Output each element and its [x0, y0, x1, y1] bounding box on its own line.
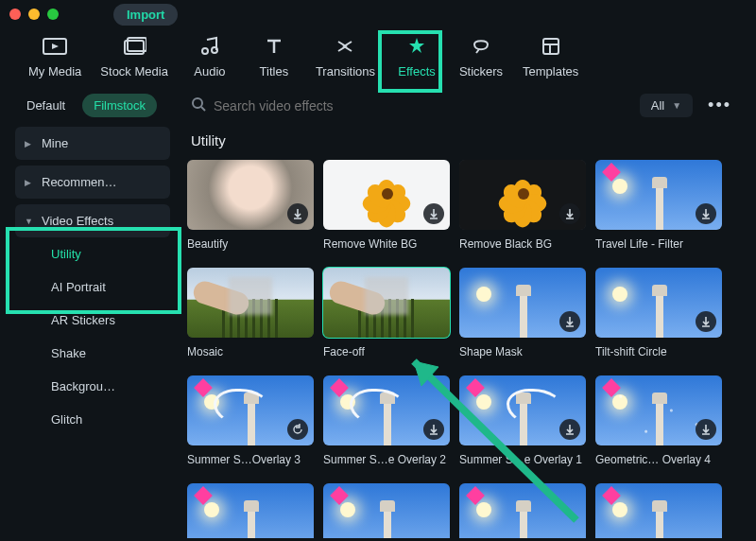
effect-card-partial-1[interactable]: [187, 483, 314, 538]
download-icon[interactable]: [423, 419, 444, 440]
effect-label: Mosaic: [187, 338, 314, 358]
effect-card-tilt-shift-circle[interactable]: Tilt-shift Circle: [595, 268, 722, 358]
top-nav: My Media Stock Media Audio Titles Transi…: [0, 28, 756, 90]
subtab-default[interactable]: Default: [15, 94, 77, 117]
effect-card-partial-4[interactable]: [595, 483, 722, 538]
window-titlebar: Import: [0, 0, 756, 28]
effect-card-beautify[interactable]: Beautify: [187, 160, 314, 251]
nav-stickers[interactable]: Stickers: [453, 30, 509, 82]
sidebar-item-label: Recommen…: [42, 175, 116, 189]
nav-my-media[interactable]: My Media: [23, 30, 87, 82]
download-icon[interactable]: [423, 203, 444, 224]
effect-card-summer-overlay-3[interactable]: Summer S…Overlay 3: [187, 375, 314, 466]
nav-label: My Media: [28, 64, 81, 79]
fullscreen-window-icon[interactable]: [47, 9, 59, 20]
chevron-down-icon: ▼: [672, 100, 681, 111]
nav-effects[interactable]: Effects: [388, 30, 445, 82]
nav-titles[interactable]: Titles: [246, 30, 302, 82]
nav-audio[interactable]: Audio: [181, 30, 238, 82]
nav-label: Stock Media: [100, 64, 168, 79]
sidebar: Default Filmstock ▶ Mine ▶ Recommen… ▼ V…: [0, 90, 180, 538]
effect-thumbnail: [459, 375, 586, 445]
download-icon[interactable]: [696, 203, 716, 224]
download-icon[interactable]: [559, 203, 580, 224]
templates-icon: [538, 34, 564, 59]
effect-thumbnail: [187, 268, 314, 338]
chevron-right-icon: ▶: [25, 139, 34, 148]
nav-templates[interactable]: Templates: [517, 30, 584, 82]
sidebar-sub-glitch[interactable]: Glitch: [15, 403, 170, 436]
sidebar-subtabs: Default Filmstock: [15, 94, 170, 117]
effect-thumbnail: [595, 268, 722, 338]
effect-card-summer-overlay-1[interactable]: Summer S…e Overlay 1: [459, 375, 586, 466]
download-icon[interactable]: [287, 203, 308, 224]
effect-thumbnail: [459, 483, 586, 538]
sidebar-sub-ai-portrait[interactable]: AI Portrait: [15, 270, 170, 304]
sidebar-item-video-effects[interactable]: ▼ Video Effects: [15, 204, 170, 237]
ellipsis-icon: •••: [708, 96, 731, 114]
svg-line-7: [201, 107, 205, 111]
audio-icon: [197, 34, 223, 59]
effect-card-geometric-overlay-4[interactable]: Geometric… Overlay 4: [595, 375, 722, 466]
effect-thumbnail: [595, 375, 722, 445]
refresh-icon[interactable]: [287, 419, 308, 440]
filter-label: All: [651, 98, 664, 113]
nav-transitions[interactable]: Transitions: [310, 30, 381, 82]
sidebar-item-recommended[interactable]: ▶ Recommen…: [15, 166, 170, 199]
effect-thumbnail: [323, 160, 450, 230]
sidebar-sub-ar-stickers[interactable]: AR Stickers: [15, 304, 170, 337]
transitions-icon: [332, 34, 358, 59]
effect-label: Summer S…e Overlay 1: [459, 445, 586, 466]
effect-thumbnail: [323, 483, 450, 538]
effects-icon: [404, 34, 430, 59]
close-window-icon[interactable]: [9, 9, 21, 20]
effect-card-face-off[interactable]: Face-off: [323, 268, 450, 358]
effect-card-summer-overlay-2[interactable]: Summer S…e Overlay 2: [323, 375, 450, 466]
effect-thumbnail: [323, 268, 450, 338]
main-toolbar: All ▼ •••: [187, 90, 756, 127]
nav-label: Titles: [260, 64, 289, 79]
nav-label: Effects: [398, 64, 436, 79]
effect-card-travel-life-filter[interactable]: Travel Life - Filter: [595, 160, 722, 251]
titles-icon: [261, 34, 287, 59]
effect-label: Remove White BG: [323, 230, 450, 251]
stickers-icon: [468, 34, 494, 59]
effect-label: Summer S…e Overlay 2: [323, 445, 450, 466]
sidebar-sub-background[interactable]: Backgrou…: [15, 370, 170, 403]
effect-thumbnail: [187, 483, 314, 538]
chevron-down-icon: ▼: [25, 217, 34, 226]
sidebar-sub-shake[interactable]: Shake: [15, 337, 170, 370]
effect-thumbnail: [459, 268, 586, 338]
nav-label: Audio: [194, 64, 225, 79]
import-button[interactable]: Import: [113, 4, 178, 26]
effect-thumbnail: [187, 160, 314, 230]
sidebar-sub-utility[interactable]: Utility: [15, 237, 170, 270]
chevron-right-icon: ▶: [25, 178, 34, 187]
download-icon[interactable]: [696, 419, 716, 440]
minimize-window-icon[interactable]: [28, 9, 40, 20]
effect-card-mosaic[interactable]: Mosaic: [187, 268, 314, 358]
effect-card-remove-black-bg[interactable]: Remove Black BG: [459, 160, 586, 251]
search-icon: [191, 96, 206, 115]
filter-dropdown[interactable]: All ▼: [640, 94, 693, 117]
search-field[interactable]: [191, 96, 630, 115]
section-title: Utility: [187, 127, 756, 160]
sidebar-item-label: Video Effects: [42, 214, 113, 228]
effect-card-partial-2[interactable]: [323, 483, 450, 538]
effect-card-shape-mask[interactable]: Shape Mask: [459, 268, 586, 358]
download-icon[interactable]: [559, 419, 580, 440]
search-input[interactable]: [214, 98, 630, 113]
effect-card-remove-white-bg[interactable]: Remove White BG: [323, 160, 450, 251]
more-menu-button[interactable]: •••: [702, 96, 737, 115]
nav-stock-media[interactable]: Stock Media: [94, 30, 174, 82]
subtab-filmstock[interactable]: Filmstock: [82, 94, 157, 117]
effect-card-partial-3[interactable]: [459, 483, 586, 538]
effect-label: Travel Life - Filter: [595, 230, 722, 251]
svg-point-4: [212, 47, 217, 53]
effect-thumbnail: [459, 160, 586, 230]
sidebar-item-mine[interactable]: ▶ Mine: [15, 127, 170, 160]
download-icon[interactable]: [559, 311, 580, 332]
download-icon[interactable]: [696, 311, 716, 332]
my-media-icon: [42, 34, 68, 59]
sidebar-item-label: Mine: [42, 136, 68, 150]
